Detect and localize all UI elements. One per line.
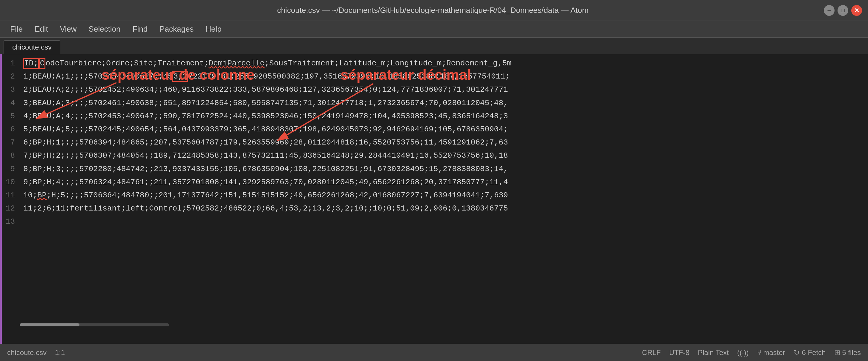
code-line-4: 3;BEAU;A;3;;;;5702461;490638;;651,897122… xyxy=(23,96,864,109)
code-line-9: 8;BP;H;3;;;;5702280;484742;;213,90374331… xyxy=(23,162,864,175)
menu-help[interactable]: Help xyxy=(200,23,227,36)
code-line-2: 1;BEAU;A;1;;;;5702454;490627;;453,272217… xyxy=(23,70,864,83)
code-line-11: 10;BP;H;5;;;;5706364;484780;;201,1713776… xyxy=(23,189,864,202)
window-title: chicoute.csv — ~/Documents/GitHub/ecolog… xyxy=(42,6,824,15)
branch-icon: ⑂ xyxy=(757,349,762,357)
code-line-5: 4;BEAU;A;4;;;;5702453;490647;;590,781767… xyxy=(23,109,864,123)
menu-find[interactable]: Find xyxy=(127,23,153,36)
code-editor[interactable]: ID;CodeTourbiere;Ordre;Site;Traitement;D… xyxy=(20,54,868,344)
status-signal: ((·)) xyxy=(737,349,749,357)
maximize-button[interactable]: □ xyxy=(838,5,848,16)
status-filename[interactable]: chicoute.csv xyxy=(7,349,46,357)
code-line-8: 7;BP;H;2;;;;5706307;484054;;189,71224853… xyxy=(23,149,864,162)
horizontal-scrollbar[interactable] xyxy=(20,323,169,326)
close-button[interactable]: ✕ xyxy=(851,5,862,16)
status-encoding[interactable]: UTF-8 xyxy=(669,349,689,357)
editor-area: 1 2 3 4 5 6 7 8 9 10 11 12 13 ID;CodeTou… xyxy=(0,54,868,344)
tab-label: chicoute.csv xyxy=(12,43,52,51)
code-line-7: 6;BP;H;1;;;;5706394;484865;;207,53756047… xyxy=(23,136,864,149)
status-line-ending[interactable]: CRLF xyxy=(642,349,661,357)
code-line-6: 5;BEAU;A;5;;;;5702445;490654;;564,043799… xyxy=(23,123,864,136)
code-line-10: 9;BP;H;4;;;;5706324;484761;;211,35727018… xyxy=(23,175,864,189)
tab-chicoute-csv[interactable]: chicoute.csv xyxy=(4,40,60,54)
window-controls: – □ ✕ xyxy=(824,5,862,16)
status-position[interactable]: 1:1 xyxy=(55,349,65,357)
line-numbers: 1 2 3 4 5 6 7 8 9 10 11 12 13 xyxy=(2,54,20,344)
menu-packages[interactable]: Packages xyxy=(154,23,199,36)
tabbar: chicoute.csv xyxy=(0,38,868,54)
menu-view[interactable]: View xyxy=(55,23,82,36)
status-files[interactable]: ⊞ 5 files xyxy=(834,349,861,357)
scrollbar-thumb[interactable] xyxy=(20,323,80,326)
status-branch[interactable]: ⑂ master xyxy=(757,349,785,357)
menubar: File Edit View Selection Find Packages H… xyxy=(0,21,868,38)
fetch-icon: ↻ xyxy=(794,349,800,357)
statusbar-right: CRLF UTF-8 Plain Text ((·)) ⑂ master ↻ 6… xyxy=(642,349,861,357)
menu-file[interactable]: File xyxy=(5,23,28,36)
code-line-1: ID;CodeTourbiere;Ordre;Site;Traitement;D… xyxy=(23,57,864,70)
minimize-button[interactable]: – xyxy=(824,5,835,16)
statusbar-left: chicoute.csv 1:1 xyxy=(7,349,65,357)
menu-selection[interactable]: Selection xyxy=(83,23,126,36)
titlebar: chicoute.csv — ~/Documents/GitHub/ecolog… xyxy=(0,0,868,21)
code-line-3: 2;BEAU;A;2;;;;5702452;490634;;460,911637… xyxy=(23,83,864,96)
code-line-13 xyxy=(23,215,864,228)
code-line-12: 11;2;6;11;fertilisant;left;Control;57025… xyxy=(23,202,864,215)
menu-edit[interactable]: Edit xyxy=(29,23,54,36)
fetch-button[interactable]: ↻ 6 Fetch xyxy=(794,349,826,357)
statusbar: chicoute.csv 1:1 CRLF UTF-8 Plain Text (… xyxy=(0,344,868,361)
status-grammar[interactable]: Plain Text xyxy=(698,349,729,357)
